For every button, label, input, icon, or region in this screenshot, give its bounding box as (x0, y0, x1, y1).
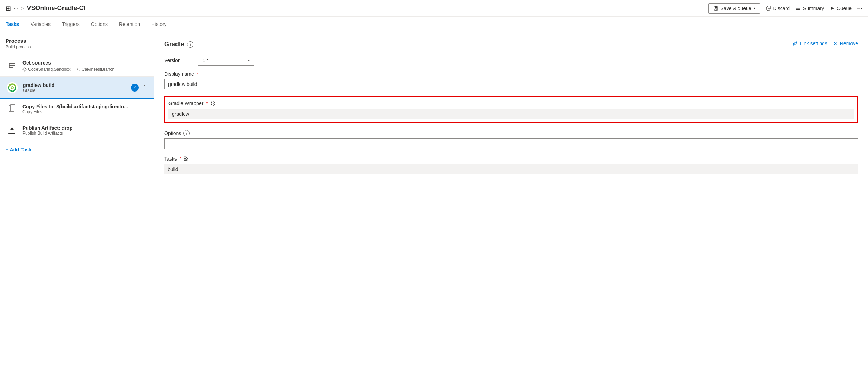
link-settings-label: Link settings (800, 41, 827, 46)
get-sources-item[interactable]: Get sources CodeSharing.Sandbox (0, 55, 154, 77)
display-name-input[interactable] (164, 79, 858, 89)
task-gradlew-build[interactable]: gradlew build Gradle ✓ ⋮ (0, 77, 154, 99)
discard-button[interactable]: Discard (766, 6, 790, 11)
tasks-label: Tasks (164, 156, 177, 162)
tab-options[interactable]: Options (85, 17, 113, 32)
more-options-button[interactable]: ··· (857, 5, 862, 12)
summary-icon (795, 6, 801, 11)
add-task-button[interactable]: + Add Task (0, 141, 154, 158)
task-publish-info: Publish Artifact: drop Publish Build Art… (22, 125, 148, 136)
get-sources-title: Get sources (22, 60, 148, 66)
version-value: 1.* (203, 58, 245, 63)
process-title: Process (6, 38, 148, 44)
svg-rect-2 (715, 9, 717, 10)
display-name-label: Display name * (164, 71, 858, 77)
right-panel: Gradle i Link settings (154, 32, 868, 372)
version-label: Version (164, 58, 192, 63)
options-info-icon[interactable]: i (183, 130, 190, 136)
gradle-wrapper-required: * (206, 101, 208, 106)
tab-variables[interactable]: Variables (25, 17, 56, 32)
tab-history[interactable]: History (146, 17, 172, 32)
remove-x-icon (833, 41, 838, 46)
tab-tasks[interactable]: Tasks (6, 17, 25, 32)
right-actions: Link settings Remove (792, 41, 858, 46)
options-group: Options i (164, 130, 858, 149)
topbar: ⊞ ··· > VSOnline-Gradle-CI Save & queue … (0, 0, 868, 17)
svg-rect-20 (8, 133, 15, 134)
save-queue-label: Save & queue (721, 6, 751, 11)
svg-marker-11 (23, 68, 26, 71)
required-star: * (196, 71, 198, 77)
left-panel: Process Build process Get sources (0, 32, 154, 372)
svg-rect-1 (715, 6, 717, 8)
tab-retention[interactable]: Retention (113, 17, 146, 32)
task-gradlew-build-info: gradlew build Gradle (23, 82, 131, 93)
more-dots-icon[interactable]: ··· (14, 5, 18, 12)
svg-marker-22 (10, 127, 14, 130)
process-section: Process Build process (0, 32, 154, 55)
gradle-wrapper-label-row: Gradle Wrapper * ⛓ (168, 101, 854, 106)
grid-icon[interactable]: ⊞ (6, 5, 11, 12)
task-actions: ✓ ⋮ (131, 84, 148, 92)
diamond-icon (22, 67, 27, 72)
gradle-wrapper-label: Gradle Wrapper (168, 101, 203, 106)
version-row: Version 1.* ▾ (164, 55, 858, 66)
version-chevron-icon: ▾ (248, 59, 250, 62)
repo-tag: CodeSharing.Sandbox (22, 67, 71, 72)
task-dots-button[interactable]: ⋮ (141, 84, 148, 92)
main-layout: Process Build process Get sources (0, 32, 868, 372)
branch-tag: CalvinTestBranch (76, 67, 114, 72)
task-name: Copy Files to: $(build.artifactstagingdi… (22, 104, 148, 109)
svg-rect-4 (796, 8, 800, 9)
save-queue-chevron: ▾ (754, 6, 755, 10)
right-header: Gradle i Link settings (164, 41, 858, 48)
svg-point-12 (77, 68, 78, 69)
branch-icon (76, 67, 80, 72)
task-name: Publish Artifact: drop (22, 125, 148, 131)
publish-artifact-icon (6, 124, 18, 137)
task-copy-files[interactable]: Copy Files to: $(build.artifactstagingdi… (0, 99, 154, 120)
remove-button[interactable]: Remove (833, 41, 858, 46)
options-label-row: Options i (164, 130, 858, 136)
discard-label: Discard (773, 6, 790, 11)
add-task-label: + Add Task (6, 147, 32, 153)
version-select[interactable]: 1.* ▾ (198, 55, 254, 66)
get-sources-info: Get sources CodeSharing.Sandbox (22, 60, 148, 72)
gradle-info-icon[interactable]: i (187, 41, 193, 48)
tab-triggers[interactable]: Triggers (56, 17, 85, 32)
topbar-left: ⊞ ··· > VSOnline-Gradle-CI (6, 5, 704, 12)
options-input[interactable] (164, 138, 858, 149)
task-subtitle: Copy Files (22, 109, 148, 114)
gradle-wrapper-link-icon[interactable]: ⛓ (210, 101, 215, 106)
tasks-link-icon[interactable]: ⛓ (184, 156, 188, 162)
gradle-icon-container (6, 81, 19, 94)
display-name-group: Display name * (164, 71, 858, 89)
queue-button[interactable]: Queue (830, 6, 852, 11)
process-subtitle: Build process (6, 45, 148, 49)
save-icon (713, 6, 718, 11)
svg-rect-21 (8, 133, 15, 133)
options-label: Options (164, 130, 181, 136)
save-queue-button[interactable]: Save & queue ▾ (708, 3, 760, 14)
get-sources-meta: CodeSharing.Sandbox CalvinTestBranch (22, 67, 148, 72)
tasks-required: * (180, 156, 181, 162)
gradle-wrapper-group: Gradle Wrapper * ⛓ gradlew (164, 96, 858, 123)
topbar-right: Save & queue ▾ Discard Summary Queue ··· (708, 3, 862, 14)
queue-play-icon (830, 6, 835, 11)
task-check-icon: ✓ (131, 84, 139, 92)
summary-label: Summary (803, 6, 824, 11)
svg-rect-19 (10, 105, 15, 111)
svg-marker-6 (831, 7, 834, 10)
svg-rect-3 (796, 7, 800, 7)
task-publish-artifact[interactable]: Publish Artifact: drop Publish Build Art… (0, 120, 154, 141)
svg-point-17 (12, 87, 13, 89)
queue-label: Queue (837, 6, 852, 11)
link-icon (792, 41, 798, 46)
breadcrumb-sep: > (21, 6, 24, 11)
task-subtitle: Publish Build Artifacts (22, 131, 148, 136)
gradle-title: Gradle (164, 41, 184, 48)
summary-button[interactable]: Summary (795, 6, 824, 11)
link-settings-button[interactable]: Link settings (792, 41, 827, 46)
get-sources-icon (6, 60, 18, 72)
task-subtitle: Gradle (23, 88, 131, 93)
